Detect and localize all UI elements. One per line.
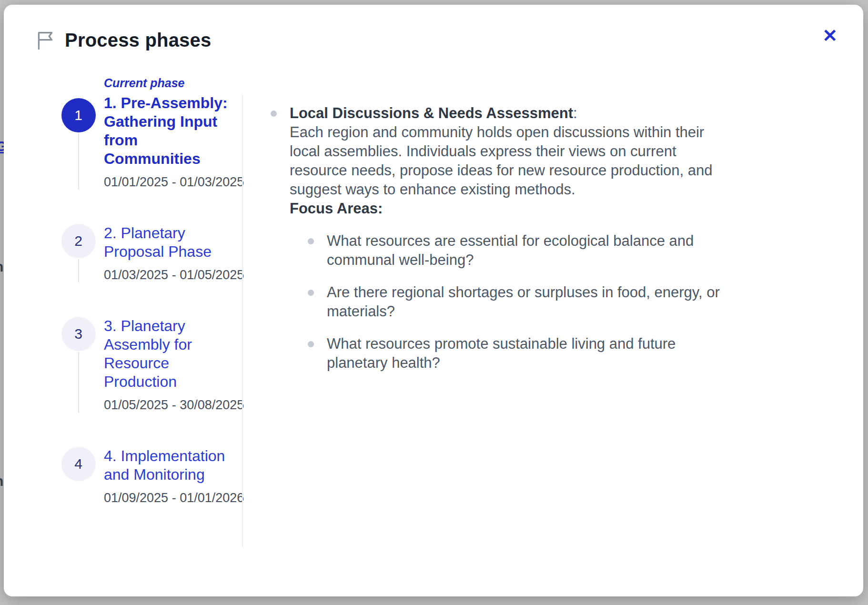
modal-header: Process phases <box>36 30 211 51</box>
focus-item-text: What resources are essential for ecologi… <box>327 232 721 270</box>
bullet-icon <box>308 341 314 347</box>
phase-step-1[interactable]: 1 Current phase 1. Pre-Assembly: Gatheri… <box>61 76 240 217</box>
step-rail: 1 <box>61 76 96 190</box>
current-phase-label: Current phase <box>104 76 244 90</box>
bullet-icon <box>271 111 277 117</box>
step-body: 3. Planetary Assembly for Resource Produ… <box>104 310 244 413</box>
bullet-icon <box>308 290 314 296</box>
flag-icon <box>36 30 54 50</box>
phase-step-4[interactable]: 4 4. Implementation and Monitoring 01/09… <box>61 440 240 505</box>
phase-1-title[interactable]: 1. Pre-Assembly: Gathering Input from Co… <box>104 94 232 168</box>
list-item: Local Discussions & Needs Assessment: Ea… <box>271 104 728 373</box>
phase-2-dates: 01/03/2025 - 01/05/2025 <box>104 268 244 282</box>
phase-1-number-badge: 1 <box>61 98 96 132</box>
phase-detail-pane: Local Discussions & Needs Assessment: Ea… <box>271 104 728 373</box>
bullet-icon <box>308 238 314 244</box>
phase-number: 3 <box>74 326 82 342</box>
process-phases-modal: Process phases ✕ 1 Current phase 1. Pre-… <box>4 5 863 596</box>
step-rail: 3 <box>61 310 96 413</box>
phase-number: 2 <box>74 233 82 249</box>
focus-item-text: Are there regional shortages or surpluse… <box>327 283 721 321</box>
list-item: What resources promote sustainable livin… <box>308 334 721 373</box>
list-item-body: Local Discussions & Needs Assessment: Ea… <box>290 104 721 373</box>
step-rail: 2 <box>61 217 96 282</box>
phase-2-number-badge: 2 <box>61 224 96 258</box>
step-connector-line <box>78 259 79 282</box>
section-paragraph: Each region and community holds open dis… <box>290 123 721 199</box>
step-body: Current phase 1. Pre-Assembly: Gathering… <box>104 76 244 190</box>
phase-2-title[interactable]: 2. Planetary Proposal Phase <box>104 224 232 261</box>
step-body: 2. Planetary Proposal Phase 01/03/2025 -… <box>104 217 244 282</box>
list-item: What resources are essential for ecologi… <box>308 232 721 270</box>
background-text-fragment: n <box>0 259 3 275</box>
phase-4-number-badge: 4 <box>61 447 96 481</box>
phase-3-dates: 01/05/2025 - 30/08/2025 <box>104 398 244 413</box>
phase-step-3[interactable]: 3 3. Planetary Assembly for Resource Pro… <box>61 310 240 440</box>
background-text-fragment: n <box>0 473 3 489</box>
phase-stepper: 1 Current phase 1. Pre-Assembly: Gatheri… <box>61 76 240 505</box>
focus-item-text: What resources promote sustainable livin… <box>327 334 721 373</box>
step-body: 4. Implementation and Monitoring 01/09/2… <box>104 440 244 505</box>
step-connector-line <box>78 352 79 413</box>
page-background: G n n Process phases ✕ 1 Current phase <box>0 0 868 605</box>
focus-areas-list: What resources are essential for ecologi… <box>290 232 721 373</box>
modal-title: Process phases <box>65 30 211 51</box>
step-connector-line <box>78 133 79 190</box>
focus-areas-label: Focus Areas: <box>290 199 721 218</box>
section-heading: Local Discussions & Needs Assessment <box>290 105 573 121</box>
list-item: Are there regional shortages or surpluse… <box>308 283 721 321</box>
stepper-content-divider <box>242 94 243 547</box>
phase-4-title[interactable]: 4. Implementation and Monitoring <box>104 447 232 484</box>
phase-1-dates: 01/01/2025 - 01/03/2025 <box>104 175 244 190</box>
phase-3-title[interactable]: 3. Planetary Assembly for Resource Produ… <box>104 317 232 391</box>
phase-3-number-badge: 3 <box>61 317 96 351</box>
phase-4-dates: 01/09/2025 - 01/01/2026 <box>104 491 244 505</box>
phase-step-2[interactable]: 2 2. Planetary Proposal Phase 01/03/2025… <box>61 217 240 310</box>
step-rail: 4 <box>61 440 96 505</box>
phase-number: 4 <box>74 456 82 472</box>
phase-number: 1 <box>74 107 82 123</box>
section-heading-colon: : <box>573 105 577 121</box>
close-icon[interactable]: ✕ <box>819 24 840 48</box>
